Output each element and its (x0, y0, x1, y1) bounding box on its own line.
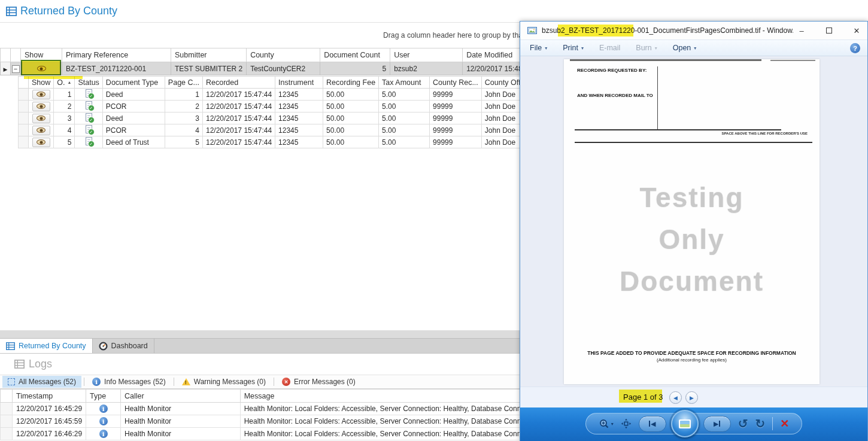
divider (174, 378, 174, 386)
cell-county: TestCountyCER2 (247, 62, 320, 75)
tab-returned-by-county[interactable]: Returned By County (0, 339, 93, 353)
cell-order: 5 (54, 136, 75, 148)
all-messages-icon (8, 378, 15, 385)
detail-row[interactable]: 2 PCOR 2 12/20/2017 15:47:44 12345 50.00… (19, 101, 537, 112)
col-order[interactable]: O.▲ (54, 77, 75, 89)
detail-row[interactable]: 3 Deed 3 12/20/2017 15:47:44 12345 50.00… (19, 112, 537, 124)
col-recording-fee[interactable]: Recording Fee (323, 77, 379, 89)
page-indicator: Page 1 of 3 (623, 393, 663, 402)
app-header: Returned By County (0, 0, 868, 23)
cell-order: 2 (54, 101, 75, 112)
tab-dashboard[interactable]: Dashboard (93, 339, 154, 353)
menu-print[interactable]: Print ▾ (563, 44, 584, 52)
col-show[interactable]: Show (21, 48, 62, 62)
grid-list-icon (6, 342, 15, 350)
cell-order: 4 (54, 124, 75, 136)
col-primary-reference[interactable]: Primary Reference (62, 48, 171, 62)
previous-image-button[interactable]: ◀ (639, 416, 666, 432)
cell-recording-fee: 50.00 (323, 89, 379, 101)
detail-row[interactable]: 5 Deed of Trust 5 12/20/2017 15:47:44 12… (19, 136, 537, 148)
next-image-button[interactable]: ▶ (703, 416, 731, 432)
col-page-count[interactable]: Page C... (165, 77, 202, 89)
eye-icon (37, 104, 45, 109)
col-county[interactable]: County (247, 48, 320, 62)
col-show[interactable]: Show (29, 77, 54, 89)
col-submitter[interactable]: Submitter (171, 48, 247, 62)
minimize-button[interactable]: – (797, 26, 806, 35)
col-recorded[interactable]: Recorded (202, 77, 275, 89)
delete-button[interactable]: ✕ (780, 417, 789, 430)
cell-recorded: 12/20/2017 15:47:44 (202, 124, 275, 136)
previous-page-button[interactable]: ◀ (669, 391, 682, 404)
menu-open[interactable]: Open ▾ (673, 44, 697, 52)
cell-timestamp: 12/20/2017 16:45:59 (12, 415, 86, 428)
help-icon[interactable]: ? (850, 43, 860, 53)
row-indicator-icon: ▶ (4, 66, 8, 72)
cell-document-count: 5 (320, 62, 390, 75)
col-tax-amount[interactable]: Tax Amount (379, 77, 430, 89)
cell-instrument: 12345 (275, 101, 323, 112)
previous-bar-icon (649, 421, 650, 427)
collapse-icon[interactable]: − (12, 65, 20, 73)
cell-county-rec: 99999 (430, 112, 482, 124)
filter-warning-messages[interactable]: Warning Messages (0) (177, 376, 271, 388)
show-submission-button[interactable] (25, 63, 58, 74)
cell-submitter: TEST SUBMITTER 2 (171, 62, 247, 75)
show-document-button[interactable] (32, 138, 50, 147)
col-type[interactable]: Type (86, 390, 121, 403)
col-document-type[interactable]: Document Type (102, 77, 165, 89)
col-timestamp[interactable]: Timestamp (12, 390, 86, 403)
zoom-button[interactable]: ▾ (599, 419, 614, 429)
actual-size-button[interactable] (621, 418, 632, 429)
picture-icon (679, 419, 691, 428)
master-grid: Show Primary Reference Submitter County … (0, 48, 547, 75)
group-by-hint: Drag a column header here to group by th… (383, 31, 530, 39)
menu-label: File (530, 44, 542, 52)
menu-file[interactable]: File ▾ (530, 44, 547, 52)
cell-tax-amount: 5.00 (379, 89, 430, 101)
detail-row[interactable]: 4 PCOR 4 12/20/2017 15:47:44 12345 50.00… (19, 124, 537, 136)
master-row[interactable]: ▶ − BZ-TEST_20171220-001 TEST SUBMITTER … (1, 62, 547, 75)
doc-vertical-rule (657, 66, 658, 129)
show-document-button[interactable] (32, 90, 50, 99)
show-document-button[interactable] (32, 114, 50, 123)
cell-instrument: 12345 (275, 136, 323, 148)
viewer-canvas: RECORDING REQUESTED BY: AND WHEN RECORDE… (520, 56, 867, 387)
logs-header: Logs (14, 358, 52, 370)
filter-error-messages[interactable]: ✕ Error Messages (0) (277, 376, 361, 388)
cell-page-count: 2 (165, 101, 202, 112)
doc-horizontal-rule (575, 142, 812, 143)
cell-document-type: Deed of Trust (102, 136, 165, 148)
play-slideshow-button[interactable] (671, 410, 699, 437)
close-button[interactable]: ✕ (852, 26, 861, 35)
rotate-clockwise-button[interactable]: ↻ (755, 416, 765, 431)
show-document-button[interactable] (32, 126, 50, 135)
col-county-rec[interactable]: County Rec... (430, 77, 482, 89)
col-instrument[interactable]: Instrument (275, 77, 323, 89)
col-document-count[interactable]: Document Count (320, 48, 390, 62)
maximize-icon (826, 28, 832, 34)
chevron-down-icon: ▾ (545, 45, 547, 51)
viewer-titlebar[interactable]: bzsub2_BZ-TEST_20171220-001_DocumentFirs… (520, 22, 867, 39)
col-user[interactable]: User (390, 48, 463, 62)
magnifier-icon (599, 419, 610, 429)
filter-all-messages[interactable]: All Messages (52) (2, 376, 81, 388)
doc-mail-to-label: AND WHEN RECORDED MAIL TO (577, 93, 653, 98)
cell-instrument: 12345 (275, 124, 323, 136)
filter-info-messages[interactable]: i Info Messages (52) (87, 376, 171, 388)
maximize-button[interactable] (824, 26, 834, 35)
col-caller[interactable]: Caller (121, 390, 241, 403)
page-navigation: Page 1 of 3 ◀ ▶ (520, 387, 867, 407)
next-page-button[interactable]: ▶ (685, 391, 698, 404)
doc-footer-note: THIS PAGE ADDED TO PROVIDE ADEQUATE SPAC… (564, 350, 820, 356)
menu-label: Print (563, 44, 578, 52)
master-header-row: Show Primary Reference Submitter County … (1, 48, 547, 62)
screen: Returned By County Drag a column header … (0, 0, 868, 441)
rotate-counterclockwise-button[interactable]: ↺ (738, 416, 748, 431)
cell-tax-amount: 5.00 (379, 136, 430, 148)
col-status[interactable]: Status (75, 77, 102, 89)
page-title: Returned By County (20, 5, 117, 17)
detail-row[interactable]: 1 Deed 1 12/20/2017 15:47:44 12345 50.00… (19, 89, 537, 101)
status-ok-icon (86, 113, 92, 121)
show-document-button[interactable] (32, 102, 50, 111)
